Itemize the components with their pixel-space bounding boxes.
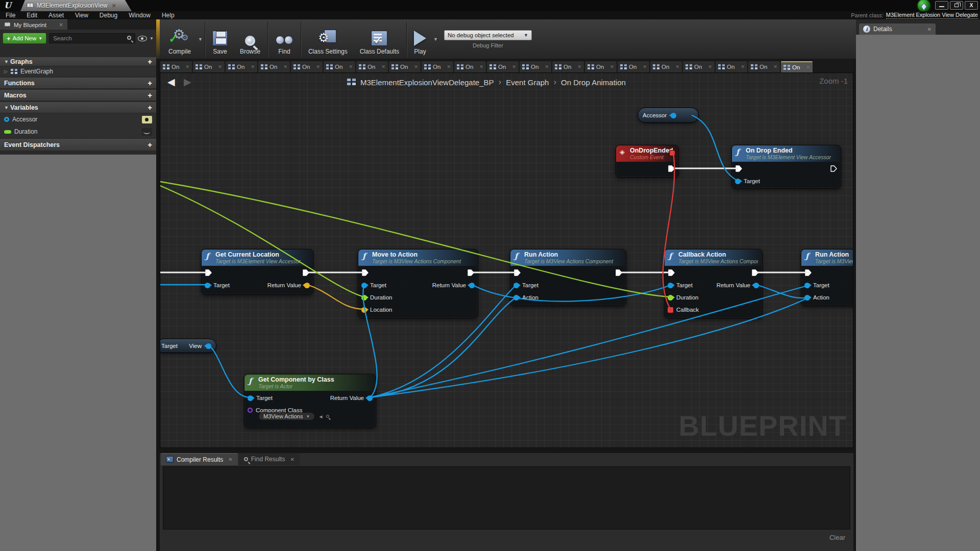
menu-item-edit[interactable]: Edit bbox=[21, 11, 43, 19]
object-pin[interactable] bbox=[753, 283, 759, 288]
object-pin[interactable] bbox=[248, 395, 253, 401]
exec-pin[interactable] bbox=[804, 269, 812, 278]
close-icon[interactable]: ✕ bbox=[741, 64, 745, 69]
add-function-button[interactable]: + bbox=[148, 80, 152, 86]
close-icon[interactable]: ✕ bbox=[290, 457, 294, 462]
window-tab-close-icon[interactable]: ✕ bbox=[112, 3, 116, 9]
breadcrumb-event-graph[interactable]: Event Graph bbox=[506, 78, 549, 87]
node-ondropended-event[interactable]: ◈ OnDropEnded Custom Event bbox=[616, 145, 679, 178]
object-pin[interactable] bbox=[735, 179, 741, 184]
browse-button[interactable]: Browse bbox=[234, 19, 266, 59]
close-icon[interactable]: ✕ bbox=[381, 64, 385, 69]
close-icon[interactable]: ✕ bbox=[545, 64, 549, 69]
exec-pin[interactable] bbox=[205, 269, 212, 278]
close-icon[interactable]: ✕ bbox=[185, 64, 189, 69]
exec-pin[interactable] bbox=[513, 269, 521, 278]
graph-tab-3[interactable]: On✕ bbox=[226, 61, 257, 72]
graph-tab-4[interactable]: On✕ bbox=[258, 61, 290, 72]
graph-tab-14[interactable]: On✕ bbox=[585, 61, 617, 72]
float-pin[interactable] bbox=[668, 295, 673, 300]
close-icon[interactable]: ✕ bbox=[447, 64, 451, 69]
graph-tab-16[interactable]: On✕ bbox=[650, 61, 682, 72]
object-pin[interactable] bbox=[361, 283, 367, 288]
close-icon[interactable]: ✕ bbox=[228, 457, 232, 462]
class-settings-button[interactable]: ⚙ Class Settings bbox=[302, 19, 354, 59]
float-pin[interactable] bbox=[361, 295, 367, 300]
menu-item-debug[interactable]: Debug bbox=[94, 11, 123, 19]
graph-tab-8[interactable]: On✕ bbox=[389, 61, 421, 72]
graph-tab-5[interactable]: On✕ bbox=[291, 61, 323, 72]
object-pin[interactable] bbox=[205, 283, 210, 288]
graph-tab-2[interactable]: On✕ bbox=[193, 61, 225, 72]
close-icon[interactable]: ✕ bbox=[927, 27, 932, 32]
save-button[interactable]: Save bbox=[206, 19, 234, 59]
tab-find-results[interactable]: Find Results ✕ bbox=[239, 453, 300, 465]
minimize-button[interactable] bbox=[935, 1, 948, 10]
debug-object-dropdown[interactable]: No debug object selected ▼ bbox=[444, 30, 532, 40]
close-icon[interactable]: ✕ bbox=[512, 64, 516, 69]
section-macros[interactable]: Macros + bbox=[0, 90, 156, 101]
search-input[interactable] bbox=[50, 34, 135, 43]
object-pin[interactable] bbox=[671, 113, 676, 118]
object-pin[interactable] bbox=[469, 283, 475, 288]
close-icon[interactable]: ✕ bbox=[349, 64, 353, 69]
play-button[interactable]: Play bbox=[408, 19, 432, 59]
exec-pin[interactable] bbox=[735, 165, 743, 173]
chevron-down-icon[interactable]: ▼ bbox=[150, 36, 154, 41]
vector-pin[interactable] bbox=[361, 307, 367, 313]
graph-tab-17[interactable]: On✕ bbox=[683, 61, 715, 72]
find-button[interactable]: Find bbox=[269, 19, 300, 59]
close-icon[interactable]: ✕ bbox=[643, 64, 647, 69]
class-pin[interactable] bbox=[248, 408, 253, 413]
close-icon[interactable]: ✕ bbox=[708, 64, 712, 69]
object-pin[interactable] bbox=[206, 343, 211, 349]
variable-row-duration[interactable]: Duration bbox=[0, 126, 156, 138]
graph-tab-10[interactable]: On✕ bbox=[454, 61, 486, 72]
nav-forward-button[interactable]: ▶ bbox=[184, 76, 191, 88]
tab-compiler-results[interactable]: >_ Compiler Results ✕ bbox=[161, 453, 238, 465]
browse-to-asset-icon[interactable] bbox=[326, 415, 329, 418]
exec-pin[interactable] bbox=[668, 269, 675, 278]
close-icon[interactable]: ✕ bbox=[283, 64, 287, 69]
close-icon[interactable]: ✕ bbox=[577, 64, 581, 69]
object-pin[interactable] bbox=[513, 295, 519, 300]
graph-tab-7[interactable]: On✕ bbox=[356, 61, 388, 72]
close-icon[interactable]: ✕ bbox=[218, 64, 222, 69]
tab-my-blueprint[interactable]: My Blueprint ✕ bbox=[0, 19, 67, 30]
exec-pin[interactable] bbox=[668, 165, 675, 173]
close-icon[interactable]: ✕ bbox=[251, 64, 255, 69]
window-tab[interactable]: M3ElementExplosionView ✕ bbox=[20, 0, 132, 11]
exec-pin[interactable] bbox=[467, 269, 475, 278]
graph-tab-11[interactable]: On✕ bbox=[487, 61, 519, 72]
close-icon[interactable]: ✕ bbox=[610, 64, 614, 69]
object-pin[interactable] bbox=[367, 395, 373, 401]
chevron-down-icon[interactable]: ▼ bbox=[197, 37, 204, 42]
menu-item-help[interactable]: Help bbox=[156, 11, 180, 19]
add-new-button[interactable]: + Add New ▼ bbox=[3, 33, 46, 44]
section-functions[interactable]: Functions + bbox=[0, 78, 156, 89]
exec-pin[interactable] bbox=[751, 269, 759, 278]
graph-tab-18[interactable]: On✕ bbox=[716, 61, 747, 72]
close-icon[interactable]: ✕ bbox=[59, 22, 63, 28]
restore-button[interactable] bbox=[950, 1, 963, 10]
section-graphs[interactable]: ▼ Graphs + bbox=[0, 57, 156, 66]
graph-tab-1[interactable]: On✕ bbox=[160, 61, 192, 72]
breadcrumb-on-drop-animation[interactable]: On Drop Animation bbox=[561, 78, 626, 87]
add-variable-button[interactable]: + bbox=[148, 105, 152, 111]
exec-pin[interactable] bbox=[830, 165, 838, 173]
menu-item-view[interactable]: View bbox=[69, 11, 94, 19]
delegate-pin[interactable] bbox=[668, 307, 673, 313]
vector-pin[interactable] bbox=[304, 283, 310, 288]
component-class-dropdown[interactable]: M3View Actions ▼ bbox=[258, 412, 315, 420]
node-run-action-1[interactable]: ƒ Run Action Target is M3View Actions Co… bbox=[510, 249, 626, 306]
close-icon[interactable]: ✕ bbox=[479, 64, 483, 69]
visibility-toggle-off-icon[interactable] bbox=[142, 128, 152, 136]
section-event-dispatchers[interactable]: Event Dispatchers + bbox=[0, 139, 156, 151]
close-icon[interactable]: ✕ bbox=[773, 64, 777, 69]
add-event-dispatcher-button[interactable]: + bbox=[148, 142, 152, 148]
close-icon[interactable]: ✕ bbox=[414, 64, 418, 69]
graph-tab-6[interactable]: On✕ bbox=[324, 61, 355, 72]
object-pin[interactable] bbox=[804, 283, 810, 288]
graph-tab-13[interactable]: On✕ bbox=[552, 61, 584, 72]
graph-tab-12[interactable]: On✕ bbox=[520, 61, 551, 72]
